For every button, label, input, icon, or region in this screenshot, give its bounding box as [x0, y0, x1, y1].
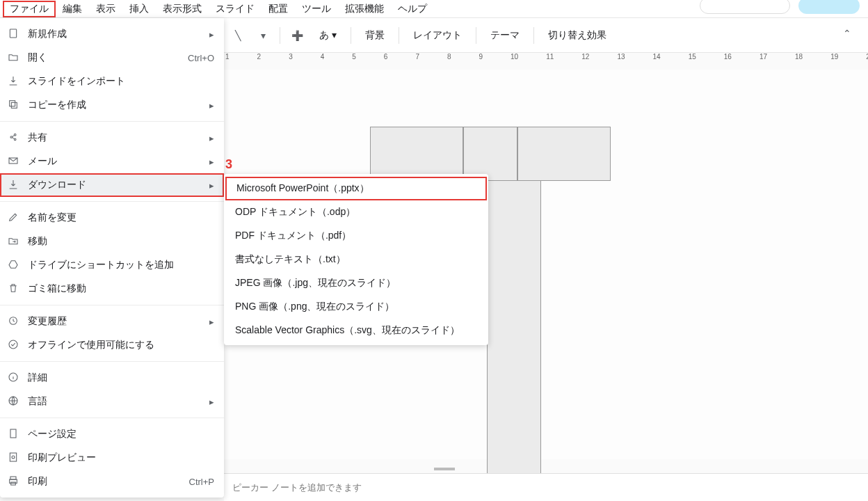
download-option[interactable]: JPEG 画像（.jpg、現在のスライド）	[224, 271, 488, 295]
history-icon	[7, 315, 19, 328]
file-menu-globe[interactable]: 言語▸	[0, 390, 224, 413]
import-icon	[7, 75, 19, 88]
download-submenu: Microsoft PowerPoint（.pptx）ODP ドキュメント（.o…	[224, 174, 488, 345]
file-menu-folder[interactable]: 開くCtrl+O	[0, 46, 224, 70]
menu-file[interactable]: ファイル	[3, 1, 56, 17]
svg-rect-1	[11, 102, 17, 108]
line-dropdown-icon[interactable]: ▾	[255, 30, 271, 41]
file-menu-label: コピーを作成	[28, 99, 201, 111]
table-shape-top[interactable]	[370, 127, 611, 181]
ruler-tick: 18	[795, 53, 803, 67]
table-cell[interactable]	[517, 127, 611, 181]
file-menu-shortcut: ▸	[209, 317, 214, 327]
table-cell[interactable]	[370, 127, 463, 181]
toolbar-divider	[533, 27, 534, 44]
svg-rect-0	[10, 29, 16, 38]
speaker-notes[interactable]: ピーカー ノートを追加できます	[224, 473, 868, 501]
file-menu-print[interactable]: 印刷Ctrl+P	[0, 470, 224, 493]
theme-button[interactable]: テーマ	[485, 26, 525, 45]
file-menu-label: ゴミ箱に移動	[28, 283, 206, 295]
ruler-tick: 1	[225, 53, 230, 67]
file-menu-mail[interactable]: メール▸	[0, 150, 224, 173]
line-tool-icon[interactable]: ╲	[230, 30, 246, 41]
file-menu-copy[interactable]: コピーを作成▸	[0, 93, 224, 117]
file-menu-shortcut: ▸	[209, 100, 214, 111]
menu-insert[interactable]: 挿入	[122, 1, 156, 17]
menu-separator	[0, 121, 224, 122]
file-menu-doc[interactable]: 新規作成▸	[0, 22, 224, 46]
file-menu-info[interactable]: 詳細	[0, 366, 224, 390]
info-icon	[7, 372, 19, 385]
file-menu-label: ダウンロード	[28, 179, 201, 191]
menu-extensions[interactable]: 拡張機能	[338, 1, 391, 17]
menu-bar: ファイル 編集 表示 挿入 表示形式 スライド 配置 ツール 拡張機能 ヘルプ	[0, 0, 868, 18]
file-menu-trash[interactable]: ゴミ箱に移動	[0, 277, 224, 301]
annotation-callout-3: 3	[225, 157, 232, 172]
menu-slide[interactable]: スライド	[209, 1, 262, 17]
file-menu-rename[interactable]: 名前を変更	[0, 206, 224, 230]
ruler-tick: 2	[257, 53, 262, 67]
ruler-tick: 15	[689, 53, 696, 67]
folder-icon	[7, 51, 19, 65]
menu-edit[interactable]: 編集	[56, 1, 89, 17]
copy-icon	[7, 99, 19, 112]
ruler-tick: 5	[352, 53, 356, 67]
ruler-tick: 10	[511, 53, 518, 67]
file-menu-label: 言語	[28, 395, 201, 408]
svg-point-3	[10, 136, 13, 138]
file-menu-history[interactable]: 変更履歴▸	[0, 310, 224, 333]
download-option[interactable]: Microsoft PowerPoint（.pptx）	[225, 177, 487, 200]
search-pill[interactable]	[700, 0, 790, 14]
file-menu-page[interactable]: ページ設定	[0, 422, 224, 446]
file-menu-download[interactable]: ダウンロード▸	[0, 173, 224, 197]
file-menu-share[interactable]: 共有▸	[0, 126, 224, 150]
table-cell[interactable]	[463, 127, 517, 181]
layout-button[interactable]: レイアウト	[408, 26, 467, 45]
toolbar-divider	[399, 27, 399, 44]
print-icon	[7, 475, 19, 488]
svg-rect-12	[10, 453, 16, 461]
ruler-tick: 3	[289, 53, 293, 67]
file-menu-shortcut: Ctrl+O	[188, 53, 214, 63]
menu-arrange[interactable]: 配置	[262, 1, 295, 17]
share-pill-button[interactable]	[798, 0, 860, 14]
ruler-tick: 16	[724, 53, 732, 67]
horizontal-ruler: 1234567891011121314151617181920212223242…	[224, 53, 868, 67]
drive-icon	[7, 259, 19, 272]
file-menu-move[interactable]: 移動	[0, 230, 224, 253]
file-menu-offline[interactable]: オフラインで使用可能にする	[0, 333, 224, 357]
file-menu-label: 移動	[28, 235, 206, 248]
background-button[interactable]: 背景	[360, 26, 390, 45]
download-option[interactable]: ODP ドキュメント（.odp）	[224, 200, 488, 224]
download-option[interactable]: 書式なしテキスト（.txt）	[224, 248, 488, 271]
svg-rect-16	[11, 482, 16, 485]
ruler-tick: 4	[321, 53, 325, 67]
notes-resize-handle[interactable]	[434, 468, 455, 470]
trash-icon	[7, 283, 19, 296]
transition-button[interactable]: 切り替え効果	[542, 26, 612, 45]
file-menu-preview[interactable]: 印刷プレビュー	[0, 446, 224, 470]
file-menu-label: オフラインで使用可能にする	[28, 339, 206, 351]
svg-point-8	[9, 340, 17, 349]
file-menu-label: スライドをインポート	[28, 75, 206, 88]
rename-icon	[7, 212, 19, 225]
download-option[interactable]: Scalable Vector Graphics（.svg、現在のスライド）	[224, 319, 488, 342]
file-menu-shortcut: ▸	[209, 397, 214, 407]
download-option[interactable]: PDF ドキュメント（.pdf）	[224, 224, 488, 248]
file-menu-import[interactable]: スライドをインポート	[0, 70, 224, 93]
input-tools-button[interactable]: あ ▾	[314, 26, 342, 45]
menu-tools[interactable]: ツール	[295, 1, 338, 17]
file-menu-shortcut: ▸	[209, 180, 214, 191]
download-option[interactable]: PNG 画像（.png、現在のスライド）	[224, 295, 488, 319]
file-menu-drive[interactable]: ドライブにショートカットを追加	[0, 253, 224, 277]
textbox-icon[interactable]: ➕	[289, 30, 305, 41]
table-shape-column[interactable]	[487, 181, 541, 479]
file-menu-label: メール	[28, 155, 201, 168]
menu-format[interactable]: 表示形式	[156, 1, 209, 17]
ruler-tick: 7	[415, 53, 419, 67]
collapse-toolbar-icon[interactable]: ⌃	[843, 28, 851, 39]
ruler-tick: 12	[581, 53, 589, 67]
menu-help[interactable]: ヘルプ	[391, 1, 434, 17]
ruler-tick: 8	[447, 53, 451, 67]
menu-view[interactable]: 表示	[89, 1, 122, 17]
